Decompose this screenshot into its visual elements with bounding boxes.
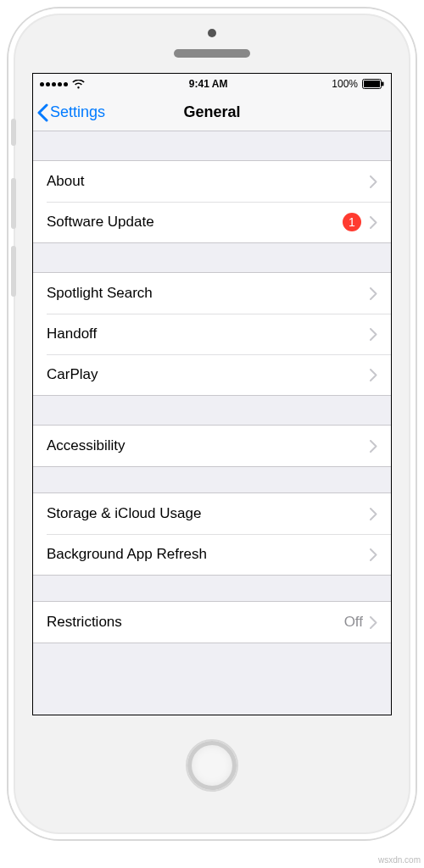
row-label: Background App Refresh <box>47 546 370 563</box>
notification-badge: 1 <box>343 213 361 231</box>
status-bar: 9:41 AM 100% <box>33 74 391 94</box>
status-time: 9:41 AM <box>85 78 332 90</box>
row-handoff[interactable]: Handoff <box>33 314 391 354</box>
back-label: Settings <box>50 103 105 121</box>
chevron-right-icon <box>370 216 377 229</box>
settings-group-1: About Software Update 1 <box>33 160 391 243</box>
chevron-left-icon <box>36 103 48 122</box>
row-restrictions[interactable]: Restrictions Off <box>33 602 391 643</box>
row-storage-icloud-usage[interactable]: Storage & iCloud Usage <box>33 493 391 534</box>
section-gap <box>33 396 391 425</box>
svg-rect-2 <box>382 82 384 86</box>
phone-device-frame: 9:41 AM 100% Se <box>8 8 416 839</box>
signal-dots-icon <box>40 82 68 86</box>
section-gap <box>33 243 391 272</box>
chevron-right-icon <box>370 328 377 341</box>
section-gap <box>33 131 391 160</box>
row-label: Software Update <box>47 214 343 231</box>
battery-icon <box>362 79 384 89</box>
row-label: CarPlay <box>47 366 370 383</box>
battery-percent: 100% <box>332 78 358 90</box>
row-label: Restrictions <box>47 614 344 631</box>
settings-group-2: Spotlight Search Handoff CarPlay <box>33 272 391 396</box>
row-label: Accessibility <box>47 437 370 454</box>
settings-group-3: Accessibility <box>33 425 391 467</box>
row-label: Spotlight Search <box>47 285 370 302</box>
row-label: About <box>47 173 370 190</box>
chevron-right-icon <box>370 287 377 300</box>
row-about[interactable]: About <box>33 161 391 202</box>
row-background-app-refresh[interactable]: Background App Refresh <box>33 534 391 575</box>
chevron-right-icon <box>370 175 377 188</box>
earpiece-speaker <box>174 49 250 58</box>
row-carplay[interactable]: CarPlay <box>33 354 391 395</box>
wifi-icon <box>72 80 85 89</box>
chevron-right-icon <box>370 369 377 381</box>
row-software-update[interactable]: Software Update 1 <box>33 202 391 242</box>
device-volume-up-button <box>11 178 16 229</box>
settings-group-4: Storage & iCloud Usage Background App Re… <box>33 492 391 576</box>
home-button[interactable] <box>186 739 238 792</box>
chevron-right-icon <box>370 440 377 453</box>
svg-rect-1 <box>364 81 380 87</box>
section-gap <box>33 643 391 672</box>
device-side-button <box>11 119 16 146</box>
chevron-right-icon <box>370 508 377 520</box>
watermark-text: wsxdn.com <box>378 855 421 865</box>
screen: 9:41 AM 100% Se <box>32 73 392 715</box>
settings-group-5: Restrictions Off <box>33 601 391 643</box>
device-volume-down-button <box>11 246 16 297</box>
row-label: Storage & iCloud Usage <box>47 505 370 522</box>
row-spotlight-search[interactable]: Spotlight Search <box>33 273 391 314</box>
settings-list: About Software Update 1 Spotlight <box>33 131 391 715</box>
section-gap <box>33 467 391 492</box>
section-gap <box>33 576 391 601</box>
front-camera <box>208 29 216 37</box>
row-accessibility[interactable]: Accessibility <box>33 426 391 466</box>
nav-bar: Settings General <box>33 94 391 131</box>
row-value: Off <box>344 614 363 631</box>
chevron-right-icon <box>370 616 377 629</box>
chevron-right-icon <box>370 548 377 561</box>
back-button[interactable]: Settings <box>33 103 105 122</box>
row-label: Handoff <box>47 326 370 342</box>
